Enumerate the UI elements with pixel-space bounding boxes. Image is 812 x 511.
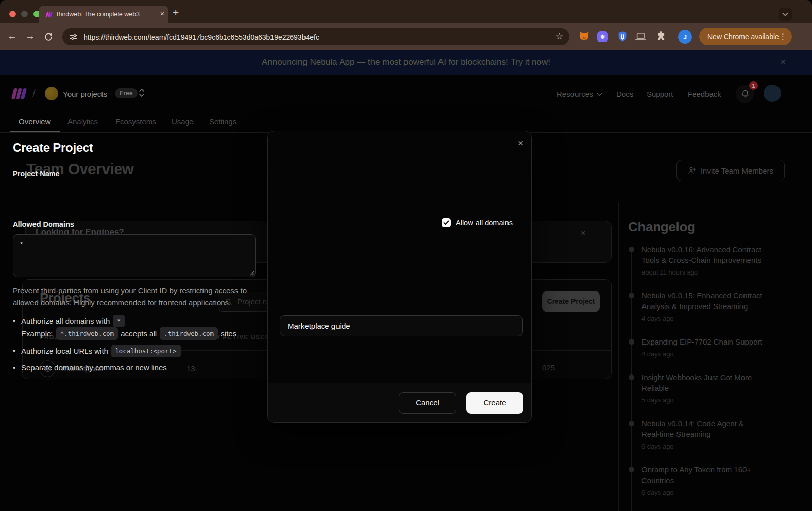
nav-support[interactable]: Support — [647, 90, 673, 98]
team-switcher-icon[interactable] — [138, 88, 145, 98]
announcement-text[interactable]: Announcing Nebula App — the most powerfu… — [262, 57, 550, 67]
tab-search-button[interactable] — [779, 8, 792, 21]
bullet-text: Authorize local URLs with — [21, 347, 108, 355]
chevron-down-icon — [782, 12, 788, 16]
changelog-entry[interactable]: Nebula v0.0.16: Advanced Contract Tools … — [628, 244, 763, 276]
domains-bullet-list: Authorize all domains with * Example: *.… — [13, 315, 256, 378]
laptop-extension-icon[interactable] — [635, 31, 647, 42]
bitwarden-extension-icon[interactable] — [617, 31, 628, 42]
chrome-menu-icon[interactable]: ⋮ — [779, 32, 787, 41]
browser-forward-button[interactable]: → — [25, 30, 35, 42]
browser-reload-button[interactable] — [44, 32, 53, 42]
changelog-entry-title[interactable]: Nebula v0.0.15: Enhanced Contract Analys… — [641, 290, 763, 312]
window-minimize-button[interactable] — [21, 11, 28, 17]
modal-close-icon[interactable]: × — [518, 138, 523, 149]
window-close-button[interactable] — [9, 11, 16, 17]
changelog-title: Changelog — [628, 219, 695, 235]
code-chip-domain: .thirdweb.com — [160, 327, 218, 340]
active-tab-underline — [10, 131, 60, 132]
team-name[interactable]: Your projects — [63, 90, 107, 98]
allowed-domains-label: Allowed Domains — [13, 220, 74, 228]
code-chip-asterisk: * — [113, 315, 125, 327]
site-settings-icon[interactable] — [69, 32, 78, 41]
changelog-entry-title[interactable]: Expanding EIP-7702 Chain Support — [641, 336, 763, 347]
nav-docs[interactable]: Docs — [616, 90, 633, 98]
create-button[interactable]: Create — [466, 392, 523, 414]
changelog-entry[interactable]: Nebula v0.0.14: Code Agent & Real-time S… — [628, 418, 763, 450]
changelog-entry-time: 6 days ago — [641, 442, 763, 450]
changelog-entry-title[interactable]: Nebula v0.0.14: Code Agent & Real-time S… — [641, 418, 763, 439]
bullet-text: Authorize all domains with — [21, 317, 110, 325]
bell-icon — [741, 89, 750, 98]
timeline-dot-icon — [629, 247, 634, 252]
bullet-localhost: Authorize local URLs with localhost:<por… — [13, 345, 256, 357]
tab-title-fade — [135, 6, 155, 23]
project-name-input[interactable] — [280, 315, 523, 336]
timeline-dot-icon — [629, 293, 634, 298]
notification-count-badge: 1 — [749, 81, 758, 90]
project-row-date-fragment: 025 — [542, 363, 555, 372]
changelog-entry[interactable]: Expanding EIP-7702 Chain Support 4 days … — [628, 336, 763, 358]
toolbar-divider — [671, 31, 671, 42]
timeline-dot-icon — [629, 421, 634, 426]
timeline-dot-icon — [629, 339, 634, 345]
bullet-text: Separate domains by commas or new lines — [21, 363, 167, 372]
nav-feedback[interactable]: Feedback — [688, 90, 721, 98]
screen: thirdweb: The complete web3 × + ← → http… — [0, 0, 812, 511]
chevron-down-icon — [597, 92, 602, 96]
allowed-domains-textarea[interactable]: * — [13, 234, 256, 277]
browser-back-button[interactable]: ← — [7, 30, 17, 42]
project-name-label: Project Name — [13, 169, 60, 178]
create-project-button[interactable]: Create Project — [542, 291, 600, 312]
engines-card-close-icon[interactable]: × — [581, 228, 586, 239]
metamask-extension-icon[interactable] — [579, 31, 590, 42]
bullet-authorize-all: Authorize all domains with * Example: *.… — [13, 315, 256, 340]
changelog-entry[interactable]: Insight Webhooks Just Got More Reliable … — [628, 372, 763, 404]
user-plus-icon — [688, 166, 696, 175]
nav-resources[interactable]: Resources — [557, 90, 593, 98]
invite-button-label: Invite Team Members — [701, 166, 773, 175]
thirdweb-logo[interactable] — [10, 87, 30, 101]
tab-analytics[interactable]: Analytics — [67, 117, 98, 126]
thirdweb-favicon-icon — [45, 10, 53, 19]
changelog-entry-title[interactable]: Nebula v0.0.16: Advanced Contract Tools … — [641, 244, 763, 265]
changelog-entry[interactable]: Nebula v0.0.15: Enhanced Contract Analys… — [628, 290, 763, 322]
announcement-banner: Announcing Nebula App — the most powerfu… — [0, 50, 812, 75]
new-tab-button[interactable]: + — [173, 7, 179, 19]
browser-tab[interactable]: thirdweb: The complete web3 × — [39, 6, 168, 23]
cancel-button[interactable]: Cancel — [399, 392, 456, 414]
address-bar[interactable]: https://thirdweb.com/team/fcd194917bc9c6… — [62, 28, 569, 45]
timeline-dot-icon — [629, 374, 634, 380]
plan-badge: Free — [115, 88, 138, 98]
changelog-entry-title[interactable]: Insight Webhooks Just Got More Reliable — [641, 372, 763, 393]
tab-usage[interactable]: Usage — [172, 117, 193, 126]
tab-close-icon[interactable]: × — [160, 10, 164, 18]
bookmark-star-icon[interactable]: ☆ — [556, 31, 563, 42]
changelog-entry-title[interactable]: Onramp to Any Token from 160+ Countries — [641, 464, 763, 486]
chrome-profile-avatar[interactable]: J — [678, 30, 692, 44]
invite-team-members-button[interactable]: Invite Team Members — [676, 160, 785, 181]
tab-ecosystems[interactable]: Ecosystems — [115, 117, 156, 126]
snowflake-extension-icon[interactable]: ❄ — [597, 31, 608, 42]
banner-close-icon[interactable]: × — [780, 57, 786, 67]
breadcrumb-separator: / — [32, 87, 36, 99]
textarea-resize-handle[interactable] — [250, 270, 255, 276]
changelog-entry-time: 5 days ago — [641, 396, 763, 404]
user-avatar[interactable] — [764, 85, 781, 102]
bullet-text: Example: — [21, 329, 53, 338]
check-icon — [443, 220, 449, 225]
changelog-entry[interactable]: Onramp to Any Token from 160+ Countries … — [628, 464, 763, 496]
tab-overview[interactable]: Overview — [19, 117, 51, 126]
team-avatar[interactable] — [45, 87, 58, 100]
changelog-entry-time: about 11 hours ago — [641, 268, 763, 276]
extensions-puzzle-icon[interactable] — [656, 31, 666, 42]
modal-title: Create Project — [13, 141, 93, 155]
allow-all-domains-checkbox[interactable] — [442, 218, 451, 227]
tab-settings[interactable]: Settings — [209, 117, 236, 126]
domains-help-text: Prevent third-parties from using your Cl… — [13, 285, 256, 309]
modal-footer: Cancel Create — [268, 383, 531, 422]
code-chip-wildcard-domain: *.thirdweb.com — [56, 327, 118, 340]
code-chip-localhost: localhost:<port> — [111, 345, 180, 357]
chrome-update-button[interactable]: New Chrome available ⋮ — [699, 28, 792, 45]
bullet-separate: Separate domains by commas or new lines — [13, 362, 256, 373]
